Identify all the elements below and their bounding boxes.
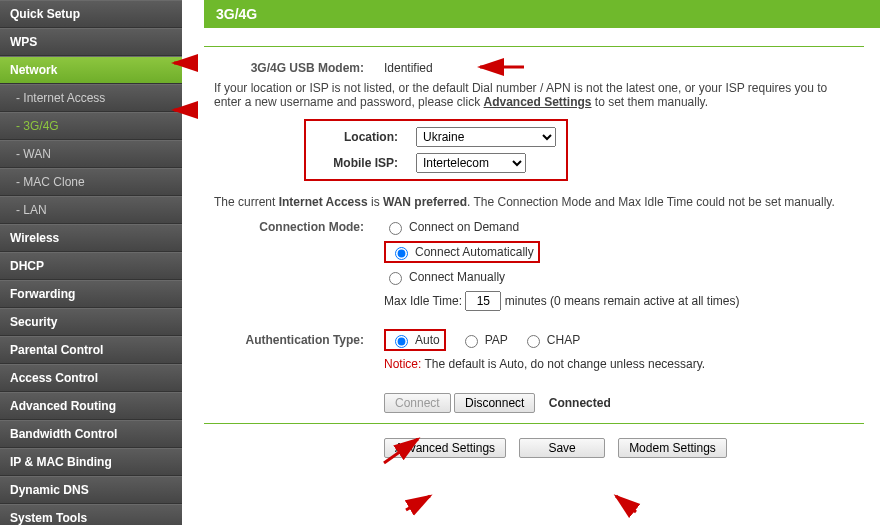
auth-chap-radio[interactable]: [527, 335, 540, 348]
connect-on-demand-radio[interactable]: [389, 222, 402, 235]
max-idle-suffix: minutes (0 means remain active at all ti…: [505, 294, 740, 308]
mobile-isp-label: Mobile ISP:: [316, 156, 416, 170]
connect-automatically-text: Connect Automatically: [415, 245, 534, 259]
connect-automatically-radio[interactable]: [395, 247, 408, 260]
sidebar-item-parental-control[interactable]: Parental Control: [0, 336, 182, 364]
max-idle-label: Max Idle Time:: [384, 294, 462, 308]
sidebar-item-access-control[interactable]: Access Control: [0, 364, 182, 392]
sidebar-item-dynamic-dns[interactable]: Dynamic DNS: [0, 476, 182, 504]
mobile-isp-select[interactable]: Intertelecom: [416, 153, 526, 173]
connection-mode-label: Connection Mode:: [204, 220, 384, 234]
sidebar-item-forwarding[interactable]: Forwarding: [0, 280, 182, 308]
location-label: Location:: [316, 130, 416, 144]
auth-pap-text: PAP: [485, 333, 508, 347]
wan-preferred-note: The current Internet Access is WAN prefe…: [214, 195, 854, 209]
sidebar: Quick Setup WPS Network - Internet Acces…: [0, 0, 182, 525]
auth-auto-highlight: Auto: [384, 329, 446, 351]
sidebar-item-security[interactable]: Security: [0, 308, 182, 336]
connect-manually-text: Connect Manually: [409, 270, 505, 284]
sidebar-item-wireless[interactable]: Wireless: [0, 224, 182, 252]
sidebar-item-dhcp[interactable]: DHCP: [0, 252, 182, 280]
modem-status: Identified: [384, 61, 433, 75]
save-button[interactable]: Save: [519, 438, 604, 458]
disconnect-button[interactable]: Disconnect: [454, 393, 535, 413]
sidebar-item-internet-access[interactable]: - Internet Access: [0, 84, 182, 112]
main-content: 3G/4G 3G/4G USB Modem: Identified If you…: [182, 0, 880, 458]
sidebar-item-3g4g[interactable]: - 3G/4G: [0, 112, 182, 140]
sidebar-item-lan[interactable]: - LAN: [0, 196, 182, 224]
max-idle-input[interactable]: [465, 291, 501, 311]
sidebar-item-wan[interactable]: - WAN: [0, 140, 182, 168]
sidebar-item-network[interactable]: Network: [0, 56, 182, 84]
sidebar-item-wps[interactable]: WPS: [0, 28, 182, 56]
sidebar-item-system-tools[interactable]: System Tools: [0, 504, 182, 525]
divider-bottom: [204, 423, 864, 424]
location-isp-highlight: Location: Ukraine Mobile ISP: Intertelec…: [304, 119, 568, 181]
auth-chap-text: CHAP: [547, 333, 580, 347]
auth-auto-text: Auto: [415, 333, 440, 347]
modem-settings-button[interactable]: Modem Settings: [618, 438, 727, 458]
connect-button[interactable]: Connect: [384, 393, 451, 413]
auth-type-label: Authentication Type:: [204, 333, 384, 347]
location-select[interactable]: Ukraine: [416, 127, 556, 147]
notice-text: The default is Auto, do not change unles…: [421, 357, 705, 371]
connect-on-demand-text: Connect on Demand: [409, 220, 519, 234]
sidebar-item-quick-setup[interactable]: Quick Setup: [0, 0, 182, 28]
svg-line-5: [616, 496, 636, 512]
advanced-settings-button[interactable]: Advanced Settings: [384, 438, 506, 458]
divider: [204, 46, 864, 47]
page-title: 3G/4G: [204, 0, 880, 28]
connect-manually-radio[interactable]: [389, 272, 402, 285]
auth-pap-radio[interactable]: [465, 335, 478, 348]
sidebar-item-mac-clone[interactable]: - MAC Clone: [0, 168, 182, 196]
sidebar-item-advanced-routing[interactable]: Advanced Routing: [0, 392, 182, 420]
modem-label: 3G/4G USB Modem:: [204, 61, 384, 75]
connection-status: Connected: [549, 396, 611, 410]
svg-line-4: [406, 496, 430, 510]
sidebar-item-ip-mac-binding[interactable]: IP & MAC Binding: [0, 448, 182, 476]
isp-note: If your location or ISP is not listed, o…: [214, 81, 854, 109]
connect-auto-highlight: Connect Automatically: [384, 241, 540, 263]
notice-label: Notice:: [384, 357, 421, 371]
auth-auto-radio[interactable]: [395, 335, 408, 348]
sidebar-item-bandwidth-control[interactable]: Bandwidth Control: [0, 420, 182, 448]
